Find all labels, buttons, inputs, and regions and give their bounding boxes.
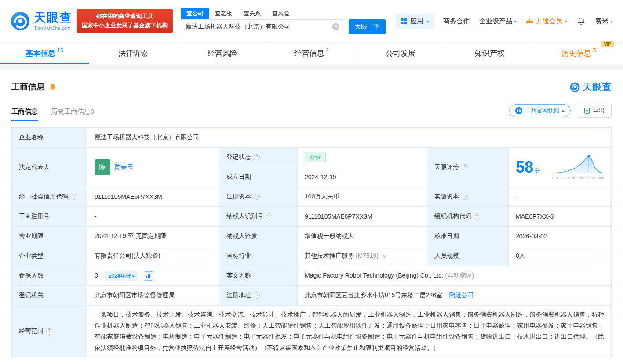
header-right-nav: 应用 ▾ 商务合作 企业级产品 ▾ 开通会员 ▾ 费米 ▾ — [396, 14, 612, 29]
tab-company-development[interactable]: 公司发展 — [356, 43, 445, 64]
legal-rep-value: 陈 陈春玉 — [87, 148, 219, 187]
org-code-value: MAE6P7XX-3 — [509, 207, 612, 227]
reg-number-value: - — [87, 207, 219, 227]
reg-capital-value: 100万人民币 — [298, 187, 427, 207]
crown-icon — [526, 18, 533, 24]
enterprise-label: 企业级产品 — [479, 17, 512, 25]
tab-label: 法律诉讼 — [118, 48, 148, 58]
search-tab-company[interactable]: 查公司 — [181, 8, 209, 19]
export-button[interactable]: 导出 — [577, 104, 612, 118]
search-button[interactable]: 天眼一下 — [349, 19, 386, 34]
export-file-icon — [584, 108, 590, 114]
search-input-wrap: × — [181, 19, 344, 34]
reg-capital-label: 注册资本? — [219, 187, 298, 207]
row-reg-number: 工商注册号 - 纳税人识别号? 91110105MAE6P7XX3M 组织机构代… — [12, 207, 612, 227]
help-icon[interactable]: ? — [254, 194, 260, 200]
vip-menu[interactable]: 开通会员 ▾ — [526, 17, 567, 25]
help-icon[interactable]: ? — [46, 328, 52, 335]
tab-operating-info[interactable]: 经营信息 2 — [267, 43, 356, 64]
clear-search-icon[interactable]: × — [332, 23, 339, 30]
business-scope-value: 一般项目：技术服务、技术开发、技术咨询、技术交流、技术转让、技术推广；智能机器人… — [87, 306, 612, 357]
help-icon[interactable]: ? — [71, 194, 77, 200]
arrow-right-icon: ▸ — [562, 108, 565, 114]
vip-badge: VIP — [601, 41, 613, 47]
english-name-value: Magic Factory Robot Technology (Beijing)… — [298, 266, 612, 286]
search-tab-relation[interactable]: 查关系 — [238, 8, 266, 19]
official-snapshot-button[interactable]: 工商官网快照 ▸ — [509, 104, 571, 117]
notifications-bell-icon[interactable] — [577, 17, 586, 25]
monitor-bell-icon[interactable] — [49, 83, 56, 91]
subtab-history-business-info[interactable]: 历史工商信息0 — [51, 108, 94, 121]
tab-label: 公司发展 — [386, 48, 415, 58]
taxpayer-id-label: 纳税人识别号? — [219, 207, 298, 227]
tianyancha-watermark-icon — [570, 82, 580, 92]
company-name-label: 企业名称 — [12, 128, 87, 148]
help-icon[interactable]: ? — [474, 213, 480, 220]
reg-authority-label: 登记机关 — [12, 286, 87, 306]
search-input[interactable] — [181, 23, 344, 30]
english-name-note: (自动翻译) — [445, 272, 474, 279]
business-info-table: 企业名称 魔法工场机器人科技（北京）有限公司 法定代表人 陈 陈春玉 登记状态?… — [11, 127, 612, 357]
search-tab-boss[interactable]: 查老板 — [209, 8, 238, 19]
score-number: 58分 — [516, 158, 540, 177]
row-company-type: 企业类型 有限责任公司(法人独资) 国标行业 其他技术推广服务 (M7519) … — [12, 246, 612, 266]
subtabs: 工商信息 历史工商信息0 — [11, 108, 94, 121]
row-company-name: 企业名称 魔法工场机器人科技（北京）有限公司 — [12, 128, 612, 148]
row-reg-authority: 登记机关 北京市朝阳区市场监督管理局 注册地址? 北京市朝阳区豆各庄乡水牛坊01… — [12, 286, 612, 306]
reg-address-label: 注册地址? — [219, 286, 298, 306]
enterprise-menu[interactable]: 企业级产品 ▾ — [479, 17, 516, 25]
taxpayer-quality-value: 增值税一般纳税人 — [298, 227, 427, 246]
reg-status-value: 存续 — [298, 148, 427, 167]
tab-basic-info[interactable]: 基本信息 15 — [0, 43, 89, 64]
insured-label: 参保人数 — [12, 266, 87, 286]
established-value: 2024-12-19 — [298, 167, 427, 187]
chevron-down-icon: ▾ — [610, 19, 612, 24]
slogan-line-1: 都在用的商业查询工具 — [82, 12, 168, 21]
help-icon[interactable]: ? — [266, 213, 272, 220]
help-icon[interactable]: ? — [254, 292, 260, 299]
tab-legal-proceedings[interactable]: 法律诉讼 — [89, 43, 178, 64]
help-icon[interactable]: ? — [462, 194, 468, 200]
legal-rep-avatar[interactable]: 陈 — [95, 159, 110, 175]
industry-expand-icon[interactable]: ∨ — [383, 253, 386, 259]
nearby-companies-link[interactable]: 附近公司 — [449, 292, 474, 299]
apps-menu[interactable]: 应用 ▾ — [396, 14, 434, 29]
tab-history-info[interactable]: 历史信息 5 VIP — [534, 43, 623, 64]
apps-grid-icon — [401, 18, 407, 25]
taxpayer-quality-label: 纳税人资质 — [219, 227, 298, 246]
chevron-down-icon: ▾ — [565, 19, 567, 24]
tianyancha-watermark: 天眼查 — [570, 81, 612, 93]
help-icon[interactable]: ? — [254, 154, 260, 160]
export-label: 导出 — [593, 107, 605, 115]
row-insured: 参保人数 0 2024年报 ▸ 英文名称 Magic Factory Robot — [12, 266, 612, 286]
established-label: 成立日期 — [219, 167, 298, 187]
staff-size-label: 人员规模 — [427, 246, 509, 266]
business-term-label: 营业期限 — [12, 227, 87, 246]
tab-count: 2 — [326, 47, 329, 54]
english-name-label: 英文名称 — [219, 266, 298, 286]
annual-report-badge[interactable]: 2024年报 ▸ — [105, 271, 138, 281]
business-scope-label: 经营范围? — [12, 306, 87, 357]
credit-code-label: 统一社会信用代码? — [12, 187, 87, 207]
insured-trend-icon[interactable] — [144, 271, 153, 281]
industry-code: (M7519) — [356, 252, 379, 259]
row-legal-rep: 法定代表人 陈 陈春玉 登记状态? 存续 天眼评分? 58分 — [12, 148, 612, 167]
search-tab-risk[interactable]: 查风险 — [266, 8, 295, 19]
help-icon[interactable]: ? — [462, 164, 468, 170]
tab-operating-risk[interactable]: 经营风险 — [178, 43, 267, 64]
score-distribution-chart: 01 315 5085 9799 100 — [552, 154, 604, 180]
tab-intellectual-property[interactable]: 知识产权 — [445, 43, 534, 64]
legal-rep-link[interactable]: 陈春玉 — [115, 163, 133, 171]
company-nav-tabs: 基本信息 15 法律诉讼 经营风险 经营信息 2 公司发展 知识产权 历史信息 … — [0, 42, 623, 64]
subtab-business-info[interactable]: 工商信息 — [11, 108, 38, 121]
cooperation-link[interactable]: 商务合作 — [443, 17, 470, 25]
tab-label: 历史信息 — [561, 48, 591, 58]
tianyancha-logo[interactable]: 天眼查 TianYanCha.com — [11, 11, 72, 31]
user-menu[interactable]: 费米 ▾ — [595, 17, 612, 25]
row-business-term: 营业期限 2024-12-19 至 无固定期限 纳税人资质 增值税一般纳税人 核… — [12, 227, 612, 246]
tab-label: 基本信息 — [26, 48, 55, 58]
section-title: 工商信息 — [11, 81, 45, 93]
brand-name: 天眼查 — [34, 11, 72, 25]
industry-label: 国标行业 — [219, 246, 298, 266]
taxpayer-id-value: 91110105MAE6P7XX3M — [298, 207, 427, 227]
